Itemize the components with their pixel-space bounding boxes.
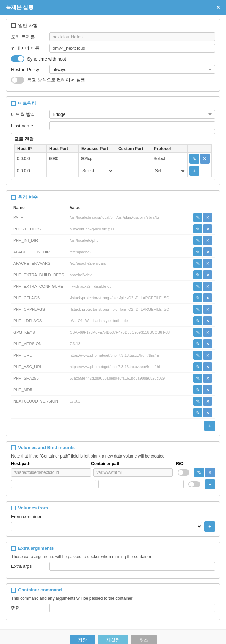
env-edit-7[interactable]: ✎ xyxy=(193,293,202,302)
env-row-1-actions: ✎ ✕ xyxy=(193,224,213,233)
env-edit-11[interactable]: ✎ xyxy=(193,339,202,348)
env-delete-10[interactable]: ✕ xyxy=(203,328,212,337)
protocol-select-2[interactable]: Sel xyxy=(153,168,186,174)
env-delete-0[interactable]: ✕ xyxy=(203,213,212,222)
reset-button[interactable]: 재설정 xyxy=(98,635,128,644)
env-row-5-actions: ✎ ✕ xyxy=(193,270,213,279)
env-delete-14[interactable]: ✕ xyxy=(203,374,212,383)
env-delete-1[interactable]: ✕ xyxy=(203,224,212,233)
vol-add-button[interactable]: + xyxy=(205,479,215,489)
network-collapse-icon[interactable] xyxy=(11,101,16,106)
env-row-12: PHP_URL https://www.php.net/get/php-7.3.… xyxy=(11,350,215,361)
volumes-from-title: Volumes from xyxy=(18,505,48,510)
host-name-input[interactable] xyxy=(49,121,215,130)
vol-host-path-2[interactable] xyxy=(11,480,96,488)
protocol-1[interactable] xyxy=(153,156,186,161)
env-delete-16[interactable]: ✕ xyxy=(203,397,212,406)
env-delete-13[interactable]: ✕ xyxy=(203,362,212,371)
save-button[interactable]: 저장 xyxy=(70,635,95,644)
cancel-button[interactable]: 취소 xyxy=(131,635,157,644)
env-edit-10[interactable]: ✎ xyxy=(193,328,202,337)
col-protocol: Protocol xyxy=(151,145,187,153)
vol-ro-toggle-1[interactable] xyxy=(178,469,189,476)
from-container-add-button[interactable]: + xyxy=(204,521,215,532)
vol-host-path-1[interactable] xyxy=(11,468,91,477)
custom-port-1[interactable] xyxy=(117,156,149,161)
general-collapse-icon[interactable] xyxy=(11,23,16,28)
env-delete-11[interactable]: ✕ xyxy=(203,339,212,348)
volumes-note: Note that if the "Container path" field … xyxy=(11,454,215,459)
custom-port-2[interactable] xyxy=(117,168,149,174)
env-collapse-icon[interactable] xyxy=(11,195,16,200)
network-mode-select[interactable]: Bridge xyxy=(49,110,215,119)
host-port-2[interactable] xyxy=(48,168,76,174)
env-name-7: PHP_CFLAGS xyxy=(11,292,67,304)
env-add-button[interactable]: + xyxy=(204,421,215,431)
general-section-header: 일반 사항 xyxy=(11,23,215,29)
env-name-1: PHPIZE_DEPS xyxy=(11,223,67,235)
port-row-1-actions: ✎ ✕ xyxy=(189,154,210,164)
vol-ro-toggle-2[interactable] xyxy=(188,481,200,487)
env-edit-14[interactable]: ✎ xyxy=(193,374,202,383)
env-delete-15[interactable]: ✕ xyxy=(203,385,212,394)
env-row-11-actions: ✎ ✕ xyxy=(193,339,213,348)
container-name-input[interactable] xyxy=(49,44,215,53)
env-delete-4[interactable]: ✕ xyxy=(203,259,212,268)
privileged-toggle[interactable] xyxy=(11,77,24,84)
env-delete-17[interactable]: ✕ xyxy=(203,408,212,417)
host-port-1[interactable] xyxy=(48,156,76,161)
port-forwarding-container: 포트 전달 Host IP Host Port Exposed Port Cus… xyxy=(11,133,215,180)
env-edit-13[interactable]: ✎ xyxy=(193,362,202,371)
volumes-collapse-icon[interactable] xyxy=(11,445,16,450)
host-ip-2[interactable] xyxy=(16,168,45,174)
env-name-6: PHP_EXTRA_CONFIGURE_ xyxy=(11,281,67,292)
port-edit-1[interactable]: ✎ xyxy=(189,154,199,164)
network-mode-row: 네트웍 방식 Bridge xyxy=(11,110,215,119)
env-delete-12[interactable]: ✕ xyxy=(203,351,212,360)
env-delete-5[interactable]: ✕ xyxy=(203,270,212,279)
exposed-port-select-2[interactable]: Select xyxy=(80,168,113,174)
env-delete-7[interactable]: ✕ xyxy=(203,293,212,302)
command-label: 명령 xyxy=(11,605,49,611)
extra-args-input[interactable] xyxy=(49,562,215,571)
port-add-button[interactable]: + xyxy=(189,166,199,176)
env-delete-6[interactable]: ✕ xyxy=(203,282,212,291)
env-delete-8[interactable]: ✕ xyxy=(203,305,212,314)
env-edit-15[interactable]: ✎ xyxy=(193,385,202,394)
extra-args-collapse-icon[interactable] xyxy=(11,546,16,551)
host-ip-1[interactable] xyxy=(16,156,45,161)
close-icon[interactable]: × xyxy=(216,4,220,11)
env-delete-9[interactable]: ✕ xyxy=(203,316,212,325)
env-edit-3[interactable]: ✎ xyxy=(193,247,202,256)
env-edit-17[interactable]: ✎ xyxy=(193,408,202,417)
env-edit-1[interactable]: ✎ xyxy=(193,224,202,233)
env-name-12: PHP_URL xyxy=(11,350,67,361)
container-command-collapse-icon[interactable] xyxy=(11,588,16,593)
env-edit-16[interactable]: ✎ xyxy=(193,397,202,406)
vol-container-path-2[interactable] xyxy=(98,480,184,488)
env-edit-5[interactable]: ✎ xyxy=(193,270,202,279)
env-edit-2[interactable]: ✎ xyxy=(193,236,202,245)
env-edit-8[interactable]: ✎ xyxy=(193,305,202,314)
env-add-row: + xyxy=(11,421,215,431)
restart-policy-select[interactable]: always xyxy=(49,65,215,74)
vol-edit-1[interactable]: ✎ xyxy=(194,468,204,477)
command-input[interactable] xyxy=(49,604,215,612)
volumes-from-collapse-icon[interactable] xyxy=(11,506,16,510)
env-edit-4[interactable]: ✎ xyxy=(193,259,202,268)
vol-delete-1[interactable]: ✕ xyxy=(205,468,215,477)
port-delete-1[interactable]: ✕ xyxy=(200,154,210,164)
exposed-port-1[interactable] xyxy=(80,156,113,161)
env-edit-9[interactable]: ✎ xyxy=(193,316,202,325)
env-edit-6[interactable]: ✎ xyxy=(193,282,202,291)
sync-time-toggle[interactable] xyxy=(11,55,24,62)
env-delete-3[interactable]: ✕ xyxy=(203,247,212,256)
env-value-11: 7.3.13 xyxy=(67,338,191,350)
vol-container-path-1[interactable] xyxy=(93,468,173,477)
env-edit-12[interactable]: ✎ xyxy=(193,351,202,360)
from-container-select[interactable] xyxy=(11,522,202,531)
sync-time-row: Sync time with host xyxy=(11,55,215,62)
volumes-section: Volumes and Bind mounts Note that if the… xyxy=(6,441,220,496)
env-edit-0[interactable]: ✎ xyxy=(193,213,202,222)
env-delete-2[interactable]: ✕ xyxy=(203,236,212,245)
